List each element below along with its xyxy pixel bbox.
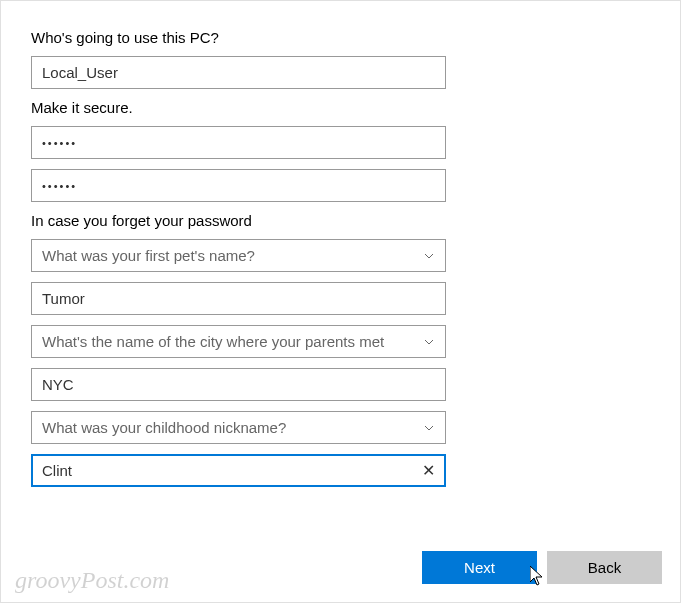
security-answer-1-input[interactable] <box>42 283 435 314</box>
password-input[interactable] <box>42 127 435 158</box>
footer-buttons: Next Back <box>422 551 662 584</box>
security-question-3-select[interactable]: What was your childhood nickname? <box>31 411 446 444</box>
clear-input-icon[interactable]: ✕ <box>422 463 435 479</box>
chevron-down-icon <box>423 250 435 262</box>
security-answer-1-wrapper[interactable] <box>31 282 446 315</box>
setup-form: Who's going to use this PC? Make it secu… <box>1 1 680 487</box>
password-section-label: Make it secure. <box>31 99 650 116</box>
security-answer-2-wrapper[interactable] <box>31 368 446 401</box>
security-questions-label: In case you forget your password <box>31 212 650 229</box>
password-confirm-input[interactable] <box>42 170 435 201</box>
username-label: Who's going to use this PC? <box>31 29 650 46</box>
username-input[interactable] <box>42 57 435 88</box>
next-button[interactable]: Next <box>422 551 537 584</box>
chevron-down-icon <box>423 336 435 348</box>
back-button[interactable]: Back <box>547 551 662 584</box>
security-question-2-select[interactable]: What's the name of the city where your p… <box>31 325 446 358</box>
security-question-2-text: What's the name of the city where your p… <box>42 333 415 350</box>
password-confirm-field-wrapper[interactable] <box>31 169 446 202</box>
security-question-1-text: What was your first pet's name? <box>42 247 415 264</box>
security-answer-3-input[interactable] <box>42 456 414 485</box>
security-answer-2-input[interactable] <box>42 369 435 400</box>
password-field-wrapper[interactable] <box>31 126 446 159</box>
watermark-text: groovyPost.com <box>15 567 169 594</box>
security-answer-3-wrapper[interactable]: ✕ <box>31 454 446 487</box>
security-question-1-select[interactable]: What was your first pet's name? <box>31 239 446 272</box>
security-question-3-text: What was your childhood nickname? <box>42 419 415 436</box>
chevron-down-icon <box>423 422 435 434</box>
username-field-wrapper[interactable] <box>31 56 446 89</box>
